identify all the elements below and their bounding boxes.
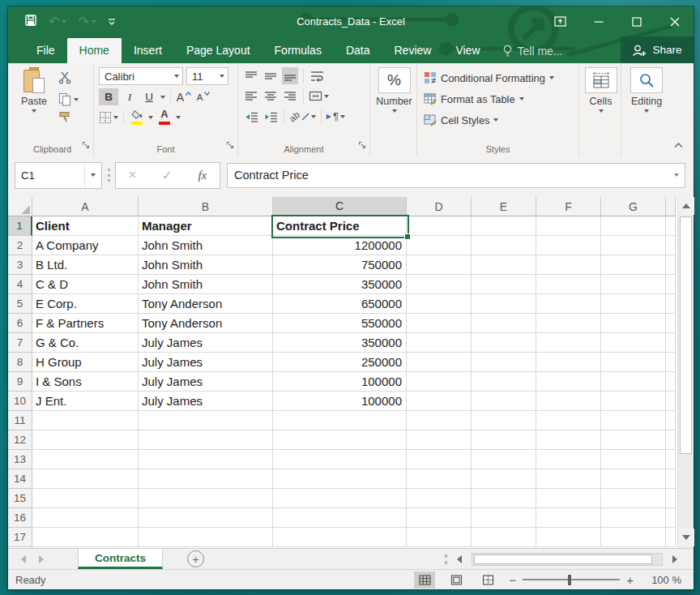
fill-color-button[interactable]	[129, 109, 145, 126]
cell-G3[interactable]	[601, 255, 666, 275]
select-all-corner[interactable]	[8, 197, 32, 216]
cell-F17[interactable]	[536, 528, 601, 547]
number-dropdown-icon[interactable]	[392, 109, 397, 113]
paste-dropdown-icon[interactable]	[32, 109, 36, 113]
row-header-6[interactable]: 6	[8, 314, 32, 333]
orientation-button[interactable]: ab	[289, 108, 316, 125]
cell-E5[interactable]	[472, 294, 536, 314]
cell-E17[interactable]	[472, 528, 536, 547]
formula-input[interactable]: Contract Price	[227, 163, 685, 188]
cell-partial-3[interactable]	[666, 255, 676, 275]
cell-A13[interactable]	[32, 450, 139, 469]
cell-G12[interactable]	[601, 430, 666, 450]
align-left-button[interactable]	[243, 88, 259, 105]
column-header-E[interactable]: E	[472, 197, 536, 216]
tab-page-layout[interactable]: Page Layout	[174, 38, 262, 63]
cell-G4[interactable]	[601, 275, 666, 294]
row-header-9[interactable]: 9	[8, 372, 32, 392]
format-as-table-button[interactable]: Format as Table	[424, 88, 575, 109]
row-header-4[interactable]: 4	[8, 275, 32, 294]
conditional-formatting-dropdown-icon[interactable]	[549, 76, 554, 79]
cell-D8[interactable]	[407, 353, 472, 372]
cell-D12[interactable]	[407, 430, 472, 450]
undo-button[interactable]: ↶	[49, 15, 66, 28]
cell-C15[interactable]	[273, 489, 407, 508]
cell-F12[interactable]	[536, 430, 601, 450]
italic-button[interactable]: I	[122, 88, 138, 105]
cell-partial-5[interactable]	[666, 294, 676, 314]
cell-G11[interactable]	[601, 411, 666, 430]
cell-A3[interactable]: B Ltd.	[32, 255, 139, 275]
cell-D7[interactable]	[407, 333, 472, 353]
cell-F9[interactable]	[536, 372, 601, 392]
cell-B3[interactable]: John Smith	[139, 255, 273, 275]
cell-E1[interactable]	[472, 216, 536, 236]
borders-dropdown-icon[interactable]	[113, 116, 118, 119]
cell-C2[interactable]: 1200000	[273, 236, 407, 255]
cell-B8[interactable]: July James	[139, 353, 273, 372]
tell-me-box[interactable]: Tell me...	[493, 38, 573, 63]
cell-A14[interactable]	[32, 469, 139, 489]
cell-C14[interactable]	[273, 469, 407, 489]
vertical-scrollbar[interactable]	[677, 197, 694, 548]
cell-E7[interactable]	[472, 333, 536, 353]
share-button[interactable]: Share	[621, 36, 694, 63]
row-header-14[interactable]: 14	[8, 469, 32, 489]
tab-review[interactable]: Review	[382, 38, 444, 63]
number-format-button[interactable]: % Number	[375, 67, 413, 137]
cell-C1[interactable]: Contract Price	[273, 216, 407, 236]
cell-E2[interactable]	[472, 236, 536, 255]
cell-partial-16[interactable]	[666, 508, 676, 528]
clipboard-dialog-launcher[interactable]	[82, 138, 90, 152]
cell-E14[interactable]	[472, 469, 536, 489]
name-box[interactable]: C1	[15, 162, 102, 189]
maximize-button[interactable]	[617, 6, 655, 36]
cell-B14[interactable]	[139, 469, 273, 489]
vertical-scroll-thumb[interactable]	[680, 216, 692, 454]
align-center-button[interactable]	[262, 88, 279, 105]
row-header-2[interactable]: 2	[8, 236, 32, 255]
page-layout-view-button[interactable]	[446, 571, 467, 589]
sheet-tab-contracts[interactable]: Contracts	[78, 549, 163, 569]
cell-E15[interactable]	[472, 489, 536, 508]
tab-data[interactable]: Data	[334, 38, 382, 63]
cell-partial-8[interactable]	[666, 353, 676, 372]
cell-D4[interactable]	[407, 275, 472, 294]
underline-dropdown-icon[interactable]	[160, 96, 165, 99]
tab-view[interactable]: View	[443, 38, 492, 63]
cell-B6[interactable]: Tony Anderson	[139, 314, 273, 333]
cell-F10[interactable]	[536, 392, 601, 411]
cell-D10[interactable]	[407, 392, 472, 411]
cell-B16[interactable]	[139, 508, 273, 528]
cell-D17[interactable]	[407, 528, 472, 547]
scroll-up-button[interactable]	[678, 197, 694, 215]
cell-E10[interactable]	[472, 392, 536, 411]
orientation-dropdown-icon[interactable]	[311, 115, 316, 118]
cell-styles-button[interactable]: Cell Styles	[424, 109, 575, 131]
cell-A8[interactable]: H Group	[32, 353, 139, 372]
cell-C9[interactable]: 100000	[273, 372, 407, 392]
format-as-table-dropdown-icon[interactable]	[519, 97, 524, 101]
customize-quick-access-button[interactable]	[108, 15, 116, 29]
row-header-17[interactable]: 17	[8, 528, 32, 547]
cell-B11[interactable]	[139, 411, 273, 430]
tab-file[interactable]: File	[24, 38, 67, 63]
cell-G15[interactable]	[601, 489, 666, 508]
cell-F5[interactable]	[536, 294, 601, 314]
align-right-button[interactable]	[282, 88, 298, 105]
add-sheet-button[interactable]: +	[187, 550, 204, 567]
cell-B1[interactable]: Manager	[139, 216, 273, 236]
cell-F8[interactable]	[536, 353, 601, 372]
cell-D3[interactable]	[407, 255, 472, 275]
row-header-7[interactable]: 7	[8, 333, 32, 353]
conditional-formatting-button[interactable]: Conditional Formatting	[424, 67, 575, 88]
cell-B2[interactable]: John Smith	[139, 236, 273, 255]
sheet-prev-icon[interactable]	[21, 555, 26, 563]
row-header-8[interactable]: 8	[8, 353, 32, 372]
cell-B12[interactable]	[139, 430, 273, 450]
cell-D14[interactable]	[407, 469, 472, 489]
row-header-15[interactable]: 15	[8, 489, 32, 508]
increase-indent-button[interactable]	[262, 108, 279, 125]
row-header-1[interactable]: 1	[8, 216, 32, 236]
cell-D6[interactable]	[407, 314, 472, 333]
